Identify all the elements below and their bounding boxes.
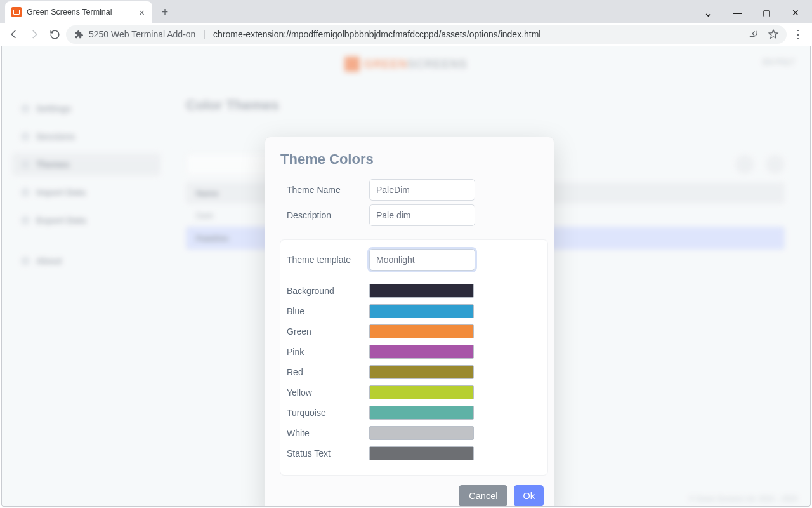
color-row: Green: [287, 323, 541, 340]
color-label: Turquoise: [287, 408, 369, 418]
description-label: Description: [287, 210, 369, 220]
color-swatch[interactable]: [369, 304, 474, 318]
color-row: Blue: [287, 302, 541, 320]
color-label: Yellow: [287, 387, 369, 398]
color-section: Theme template BackgroundBlueGreenPinkRe…: [280, 240, 547, 475]
back-button[interactable]: [5, 25, 23, 43]
color-label: Background: [287, 286, 369, 296]
window-maximize-icon[interactable]: ▢: [752, 3, 780, 22]
color-row: White: [287, 424, 541, 442]
bookmark-star-icon[interactable]: [768, 29, 779, 40]
color-label: Pink: [287, 347, 369, 357]
window-dropdown-icon[interactable]: ⌄: [694, 3, 722, 22]
browser-tab-strip: Green Screens Terminal × + ⌄ — ▢ ✕: [0, 0, 812, 23]
color-row: Background: [287, 282, 541, 300]
extension-label: 5250 Web Terminal Add-on: [89, 29, 195, 39]
ok-button[interactable]: Ok: [514, 485, 544, 507]
url-text: chrome-extension://mpodffemigolbpbbnbjdm…: [213, 29, 540, 39]
color-swatch[interactable]: [369, 345, 474, 359]
theme-name-label: Theme Name: [287, 185, 369, 195]
address-bar[interactable]: 5250 Web Terminal Add-on | chrome-extens…: [66, 25, 787, 44]
tab-title: Green Screens Terminal: [27, 8, 112, 17]
extension-icon: [74, 29, 84, 39]
color-row: Yellow: [287, 384, 541, 401]
theme-template-input[interactable]: [369, 249, 475, 271]
color-swatch[interactable]: [369, 426, 474, 440]
share-icon[interactable]: [748, 29, 759, 40]
color-row: Red: [287, 363, 541, 381]
browser-tab[interactable]: Green Screens Terminal ×: [5, 1, 152, 23]
color-swatch[interactable]: [369, 406, 474, 420]
window-minimize-icon[interactable]: —: [723, 3, 751, 22]
window-close-icon[interactable]: ✕: [782, 3, 809, 22]
tab-favicon: [11, 7, 22, 17]
color-swatch[interactable]: [369, 385, 474, 399]
color-swatch[interactable]: [369, 284, 474, 298]
color-swatch[interactable]: [369, 365, 474, 379]
browser-toolbar: 5250 Web Terminal Add-on | chrome-extens…: [0, 23, 812, 46]
reload-button[interactable]: [46, 25, 63, 43]
theme-colors-dialog: Theme Colors Theme Name Description Them…: [265, 137, 554, 507]
theme-name-input[interactable]: [369, 179, 475, 201]
color-label: Green: [287, 326, 369, 337]
theme-template-label: Theme template: [287, 255, 369, 265]
color-swatch[interactable]: [369, 324, 474, 338]
color-label: Red: [287, 367, 369, 377]
description-input[interactable]: [369, 204, 475, 226]
color-row: Status Text: [287, 444, 541, 462]
color-label: White: [287, 428, 369, 438]
forward-button[interactable]: [25, 25, 43, 43]
color-label: Status Text: [287, 448, 369, 458]
browser-menu-icon[interactable]: ⋮: [789, 25, 807, 43]
color-label: Blue: [287, 306, 369, 316]
tab-close-icon[interactable]: ×: [138, 7, 146, 18]
dialog-title: Theme Colors: [265, 137, 554, 177]
new-tab-button[interactable]: +: [156, 3, 174, 21]
cancel-button[interactable]: Cancel: [459, 485, 508, 507]
color-row: Turquoise: [287, 404, 541, 422]
color-row: Pink: [287, 343, 541, 361]
color-swatch[interactable]: [369, 446, 474, 460]
